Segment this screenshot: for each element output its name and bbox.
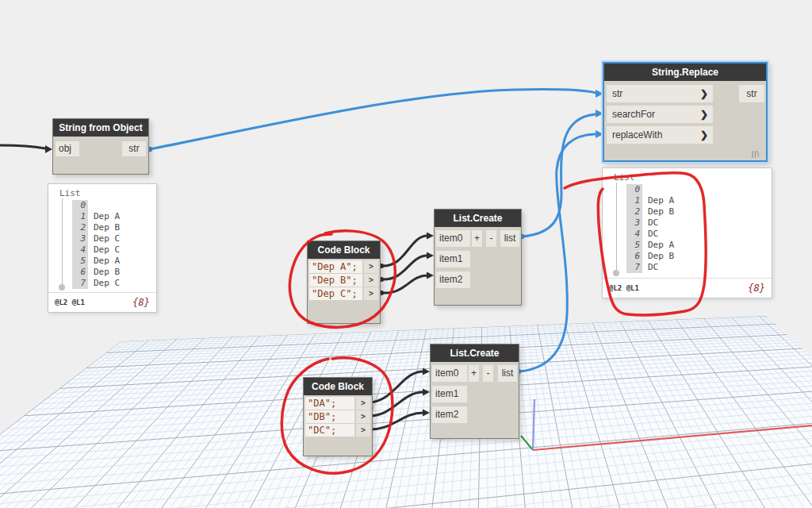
red-annotations	[0, 0, 812, 508]
red-circle-result-list	[565, 173, 706, 315]
red-circle-code-block-top	[289, 231, 395, 328]
dynamo-workspace[interactable]: String from Object obj str List 0 1Dep A…	[0, 0, 812, 508]
red-circle-code-block-bottom	[282, 358, 393, 473]
